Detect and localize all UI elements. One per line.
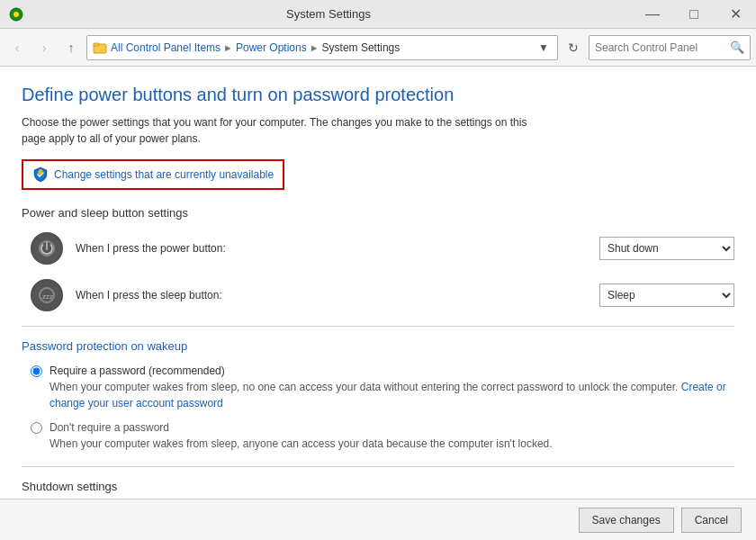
divider-1	[22, 326, 734, 327]
sleep-button-row: zzz When I press the sleep button: Sleep…	[31, 279, 734, 311]
search-box: 🔍	[589, 35, 751, 60]
no-password-text: Don't require a password When your compu…	[50, 420, 734, 452]
divider-2	[22, 466, 734, 467]
titlebar: System Settings — □ ✕	[0, 0, 756, 29]
power-button-row: When I press the power button: Shut down…	[31, 232, 734, 265]
breadcrumb-power-options[interactable]: Power Options	[236, 41, 307, 54]
power-button-icon	[31, 232, 63, 265]
require-password-text: Require a password (recommended) When yo…	[50, 364, 734, 411]
require-password-option: Require a password (recommended) When yo…	[31, 364, 734, 411]
breadcrumb: All Control Panel Items ► Power Options …	[111, 41, 532, 54]
app-icon	[7, 5, 25, 23]
change-settings-box[interactable]: Change settings that are currently unava…	[22, 159, 284, 190]
window-controls: — □ ✕	[632, 0, 756, 29]
change-settings-link[interactable]: Change settings that are currently unava…	[54, 168, 274, 181]
sleep-button-label: When I press the sleep button:	[76, 289, 587, 302]
page-title: Define power buttons and turn on passwor…	[22, 85, 734, 105]
content-area: Define power buttons and turn on passwor…	[0, 67, 756, 540]
no-password-radio[interactable]	[31, 422, 42, 434]
no-password-option: Don't require a password When your compu…	[31, 420, 734, 452]
shield-icon	[32, 166, 49, 183]
maximize-button[interactable]: □	[673, 0, 715, 29]
password-section: Password protection on wakeup Require a …	[22, 339, 734, 452]
sleep-button-select[interactable]: Sleep Hibernate Turn off the display Do …	[599, 284, 734, 307]
sleep-button-icon: zzz	[31, 279, 63, 311]
breadcrumb-all-control-panel[interactable]: All Control Panel Items	[111, 41, 220, 54]
svg-text:zzz: zzz	[42, 292, 53, 301]
shutdown-header: Shutdown settings	[22, 480, 734, 493]
up-button[interactable]: ↑	[59, 36, 83, 59]
back-button[interactable]: ‹	[5, 36, 29, 59]
search-icon[interactable]: 🔍	[730, 40, 744, 54]
cancel-button[interactable]: Cancel	[681, 508, 742, 533]
refresh-button[interactable]: ↻	[562, 36, 585, 59]
addressbar: ‹ › ↑ All Control Panel Items ► Power Op…	[0, 29, 756, 67]
require-password-desc: When your computer wakes from sleep, no …	[50, 379, 734, 411]
breadcrumb-current: System Settings	[322, 41, 400, 54]
forward-button[interactable]: ›	[32, 36, 56, 59]
svg-point-1	[14, 12, 19, 17]
require-password-label[interactable]: Require a password (recommended)	[50, 364, 225, 377]
folder-icon	[93, 40, 107, 55]
save-changes-button[interactable]: Save changes	[579, 508, 674, 533]
bottom-bar: Save changes Cancel	[0, 499, 756, 540]
search-input[interactable]	[595, 41, 730, 54]
close-button[interactable]: ✕	[715, 0, 756, 29]
power-sleep-section-header: Power and sleep button settings	[22, 206, 734, 220]
minimize-button[interactable]: —	[632, 0, 673, 29]
power-button-select[interactable]: Shut down Sleep Hibernate Turn off the d…	[599, 237, 734, 260]
no-password-label[interactable]: Don't require a password	[50, 421, 169, 434]
power-button-label: When I press the power button:	[76, 242, 587, 255]
window-title: System Settings	[25, 7, 632, 21]
page-description: Choose the power settings that you want …	[22, 114, 553, 147]
require-password-radio[interactable]	[31, 365, 42, 377]
password-section-header: Password protection on wakeup	[22, 339, 734, 353]
address-box: All Control Panel Items ► Power Options …	[86, 35, 558, 60]
no-password-desc: When your computer wakes from sleep, any…	[50, 436, 734, 452]
main-layout: Define power buttons and turn on passwor…	[0, 67, 756, 540]
svg-rect-3	[94, 43, 99, 46]
address-dropdown[interactable]: ▼	[536, 40, 552, 56]
